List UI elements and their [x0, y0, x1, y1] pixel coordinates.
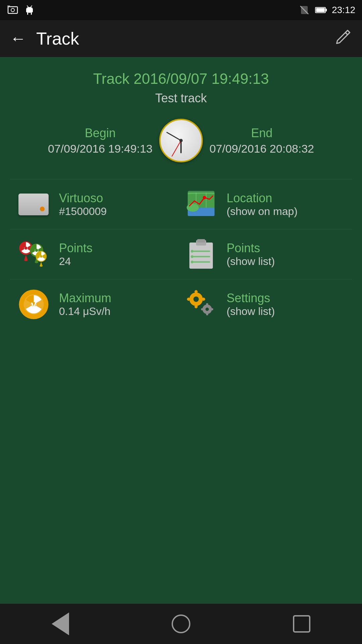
screenshot-icon: [7, 4, 19, 16]
svg-rect-55: [206, 303, 208, 306]
clipboard-icon: [184, 237, 218, 271]
svg-point-18: [187, 204, 199, 212]
svg-line-7: [27, 6, 28, 7]
map-icon: [184, 187, 218, 221]
recent-nav-button[interactable]: [288, 610, 315, 637]
home-circle-icon: [172, 614, 190, 633]
location-value: (show on map): [227, 205, 298, 218]
svg-point-25: [35, 249, 38, 252]
svg-point-19: [203, 196, 206, 199]
status-bar: 23:12: [0, 0, 362, 20]
radiation-pins-icon: [17, 237, 50, 271]
svg-rect-6: [31, 12, 32, 15]
clock-face: [159, 119, 203, 162]
device-id: #1500009: [59, 205, 107, 218]
points-list-value: (show list): [227, 255, 275, 268]
track-subtitle: Test track: [155, 91, 207, 105]
info-row-1: Virtuoso #1500009: [10, 179, 352, 229]
svg-point-37: [191, 261, 193, 263]
points-list-cell[interactable]: Points (show list): [181, 237, 349, 271]
clock-minute-hand: [166, 132, 181, 141]
points-count-cell[interactable]: Points 24: [13, 237, 181, 271]
points-count-text: Points 24: [59, 241, 93, 268]
home-nav-button[interactable]: [168, 610, 194, 637]
svg-line-8: [31, 6, 32, 7]
info-grid: Virtuoso #1500009: [10, 179, 352, 329]
no-sim-icon: [298, 4, 310, 16]
svg-point-54: [205, 308, 209, 311]
svg-rect-5: [27, 12, 28, 15]
svg-point-28: [40, 255, 42, 258]
maximum-label: Maximum: [59, 291, 111, 305]
points-list-text: Points (show list): [227, 241, 275, 268]
end-label: End: [251, 126, 273, 140]
maximum-value: 0.14 μSv/h: [59, 305, 111, 318]
svg-rect-0: [8, 7, 17, 13]
clock-icon: [159, 119, 203, 162]
back-nav-button[interactable]: [47, 610, 74, 637]
toolbar-title: Track: [36, 29, 335, 49]
end-block: End 07/09/2016 20:08:32: [209, 126, 314, 155]
svg-rect-12: [325, 9, 327, 11]
info-row-2: Points 24: [10, 229, 352, 279]
maximum-cell[interactable]: γ Maximum 0.14 μSv/h: [13, 287, 181, 321]
points-list-label: Points: [227, 241, 275, 255]
clock-second-hand: [172, 141, 181, 157]
location-text: Location (show on map): [227, 191, 298, 218]
maximum-text: Maximum 0.14 μSv/h: [59, 291, 111, 318]
svg-point-22: [24, 247, 27, 250]
track-title: Track 2016/09/07 19:49:13: [93, 70, 269, 87]
points-value: 24: [59, 255, 93, 268]
begin-block: Begin 07/09/2016 19:49:13: [48, 126, 153, 155]
settings-value: (show list): [227, 305, 275, 318]
time-row: Begin 07/09/2016 19:49:13 End 07/09/2016…: [10, 119, 352, 162]
settings-text: Settings (show list): [227, 291, 275, 318]
begin-date: 07/09/2016 19:49:13: [48, 142, 153, 155]
status-bar-right: 23:12: [298, 4, 355, 16]
svg-rect-56: [206, 313, 208, 315]
back-button[interactable]: ←: [10, 31, 26, 47]
status-bar-left: [7, 4, 36, 16]
begin-label: Begin: [85, 126, 116, 140]
battery-icon: [315, 4, 327, 16]
svg-text:γ: γ: [31, 299, 36, 310]
android-icon: [23, 4, 36, 16]
svg-rect-1: [7, 5, 10, 7]
back-triangle-icon: [52, 612, 69, 635]
svg-point-35: [191, 255, 193, 258]
svg-rect-31: [197, 239, 205, 243]
settings-label: Settings: [227, 291, 275, 305]
settings-cell[interactable]: Settings (show list): [181, 287, 349, 321]
svg-point-33: [191, 250, 193, 253]
info-row-3: γ Maximum 0.14 μSv/h: [10, 279, 352, 329]
bottom-nav: [0, 604, 362, 644]
points-label: Points: [59, 241, 93, 255]
device-label: Virtuoso: [59, 191, 107, 205]
main-content: Track 2016/09/07 19:49:13 Test track Beg…: [0, 57, 362, 604]
svg-rect-57: [201, 308, 204, 310]
svg-rect-13: [316, 8, 325, 12]
device-text: Virtuoso #1500009: [59, 191, 107, 218]
status-time: 23:12: [332, 5, 355, 15]
clock-center: [179, 139, 183, 142]
recent-square-icon: [293, 615, 310, 633]
clock-hour-hand: [180, 141, 182, 153]
location-label: Location: [227, 191, 298, 205]
end-date: 07/09/2016 20:08:32: [209, 142, 314, 155]
edit-button[interactable]: [335, 28, 352, 49]
gears-icon: [184, 287, 218, 321]
hdd-icon: [17, 187, 50, 221]
svg-point-44: [193, 297, 199, 302]
location-cell[interactable]: Location (show on map): [181, 187, 349, 221]
toolbar: ← Track: [0, 20, 362, 57]
radiation-badge-icon: γ: [17, 287, 50, 321]
device-cell[interactable]: Virtuoso #1500009: [13, 187, 181, 221]
svg-point-2: [11, 8, 14, 12]
svg-rect-58: [210, 308, 213, 310]
